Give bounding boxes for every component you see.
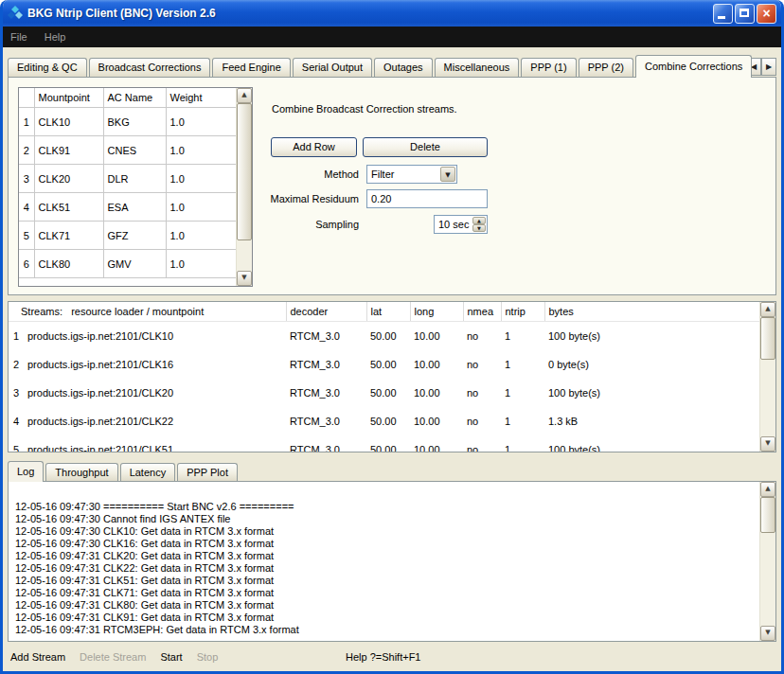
log-output: 12-05-16 09:47:30 ========== Start BNC v…: [15, 501, 753, 636]
weight-cell: 1.0: [166, 222, 236, 250]
lat-cell: 50.00: [366, 322, 410, 351]
combine-table-row[interactable]: 2CLK91CNES1.0: [19, 136, 236, 165]
stream-row[interactable]: 1products.igs-ip.net:2101/CLK10RTCM_3.05…: [9, 322, 759, 351]
tab-latency[interactable]: Latency: [120, 463, 176, 481]
minimize-button[interactable]: [713, 4, 733, 24]
streams-scrollbar: ▲ ▼: [759, 302, 775, 452]
combine-table-row[interactable]: 3CLK20DLR1.0: [19, 165, 236, 193]
close-icon: ×: [757, 5, 775, 23]
scroll-thumb[interactable]: [760, 497, 775, 533]
weight-cell: 1.0: [166, 108, 236, 136]
ac-name-header: AC Name: [103, 88, 166, 108]
scroll-track[interactable]: [760, 497, 775, 626]
log-line: 12-05-16 09:47:30 CLK10: Get data in RTC…: [15, 525, 753, 538]
arrow-down-icon: ▼: [238, 272, 251, 284]
menu-file[interactable]: File: [10, 31, 27, 43]
tab-ppp-plot[interactable]: PPP Plot: [177, 463, 238, 481]
tab-outages[interactable]: Outages: [374, 58, 433, 77]
mountpoint-cell: CLK71: [34, 222, 103, 250]
long-cell: 10.00: [410, 379, 463, 407]
stream-row[interactable]: 5products.igs-ip.net:2101/CLK51RTCM_3.05…: [9, 435, 759, 452]
method-select[interactable]: Filter ▼: [366, 165, 457, 184]
nmea-cell: no: [463, 350, 501, 379]
titlebar-buttons: ×: [711, 4, 776, 24]
combine-table: Mountpoint AC Name Weight 1CLK10BKG1.02C…: [18, 87, 253, 287]
main-tabbar: Editing & QCBroadcast CorrectionsFeed En…: [8, 54, 743, 77]
tab-editing-qc[interactable]: Editing & QC: [8, 58, 87, 77]
stream-row[interactable]: 4products.igs-ip.net:2101/CLK22RTCM_3.05…: [9, 407, 759, 435]
scroll-down-button[interactable]: ▼: [760, 626, 775, 641]
long-cell: 10.00: [410, 322, 463, 351]
add-row-button[interactable]: Add Row: [271, 137, 357, 157]
scroll-up-button[interactable]: ▲: [760, 482, 775, 497]
spin-up-button[interactable]: ▲: [472, 217, 486, 224]
combine-table-row[interactable]: 6CLK80GMV1.0: [19, 250, 236, 278]
tab-broadcast-corrections[interactable]: Broadcast Corrections: [89, 58, 211, 77]
combo-dropdown-button[interactable]: ▼: [440, 167, 455, 182]
ntrip-cell: 1: [501, 435, 544, 452]
maximal-residuum-label: Maximal Residuum: [245, 193, 359, 204]
bottom-tabbar: LogThroughputLatencyPPP Plot: [8, 460, 240, 481]
sampling-label: Sampling: [245, 219, 359, 230]
combine-table-row[interactable]: 5CLK71GFZ1.0: [19, 222, 236, 250]
log-line: 12-05-16 09:47:31 RTCM3EPH: Get data in …: [15, 624, 753, 636]
row-number: 4: [9, 407, 24, 435]
scroll-track[interactable]: [760, 317, 775, 436]
stream-row[interactable]: 3products.igs-ip.net:2101/CLK20RTCM_3.05…: [9, 379, 759, 407]
maximize-icon: [739, 9, 749, 17]
scroll-up-button[interactable]: ▲: [760, 302, 775, 317]
scroll-thumb[interactable]: [760, 317, 775, 360]
row-number: 4: [19, 193, 34, 222]
tab-throughput[interactable]: Throughput: [45, 463, 117, 481]
action-start[interactable]: Start: [160, 651, 182, 663]
weight-cell: 1.0: [166, 165, 236, 193]
long-cell: 10.00: [410, 407, 463, 435]
statusbar: Add StreamDelete StreamStartStop Help ?=…: [3, 646, 781, 671]
weight-cell: 1.0: [166, 193, 236, 222]
combine-table-row[interactable]: 1CLK10BKG1.0: [19, 108, 236, 136]
scroll-down-button[interactable]: ▼: [760, 436, 775, 452]
scroll-down-button[interactable]: ▼: [237, 271, 252, 286]
ac-name-cell: BKG: [103, 108, 166, 136]
sampling-spinbox[interactable]: 10 sec ▲ ▼: [434, 215, 488, 234]
ntrip-cell: 1: [501, 407, 544, 435]
tab-scroll-right-button[interactable]: ▶: [761, 58, 776, 76]
nmea-cell: no: [463, 407, 501, 435]
method-label: Method: [245, 168, 359, 180]
tab-miscellaneous[interactable]: Miscellaneous: [435, 58, 520, 77]
tab-serial-output[interactable]: Serial Output: [293, 58, 372, 77]
ac-name-cell: DLR: [103, 165, 166, 193]
maximal-residuum-input[interactable]: [366, 189, 488, 208]
weight-cell: 1.0: [166, 136, 236, 165]
scroll-track[interactable]: [237, 103, 252, 271]
delete-button[interactable]: Delete: [363, 137, 488, 157]
streams-header-row: Streams: resource loader / mountpoint de…: [9, 302, 759, 322]
app-window: BKG Ntrip Client (BNC) Version 2.6 × Fil…: [0, 0, 784, 674]
tab-combine-corrections[interactable]: Combine Corrections: [635, 55, 752, 78]
close-button[interactable]: ×: [757, 4, 776, 24]
mountpoint-cell: CLK20: [34, 165, 103, 193]
action-add-stream[interactable]: Add Stream: [10, 651, 65, 663]
menu-help[interactable]: Help: [45, 31, 66, 43]
help-hint: Help ?=Shift+F1: [346, 651, 421, 663]
arrow-up-icon: ▲: [761, 303, 775, 315]
lat-cell: 50.00: [366, 379, 410, 407]
action-stop: Stop: [197, 651, 219, 663]
scroll-up-button[interactable]: ▲: [237, 88, 252, 103]
titlebar[interactable]: BKG Ntrip Client (BNC) Version 2.6 ×: [3, 0, 781, 27]
bytes-header: bytes: [544, 302, 759, 322]
status-actions: Add StreamDelete StreamStartStop: [10, 651, 218, 663]
combine-table-row[interactable]: 4CLK51ESA1.0: [19, 193, 236, 222]
decoder-header: decoder: [286, 302, 366, 322]
method-selected-value: Filter: [371, 168, 394, 180]
tab-ppp-1[interactable]: PPP (1): [521, 58, 576, 77]
mountpoint-cell: CLK91: [34, 136, 103, 165]
log-line: 12-05-16 09:47:30 ========== Start BNC v…: [15, 501, 753, 513]
tab-feed-engine[interactable]: Feed Engine: [212, 58, 290, 77]
spin-down-button[interactable]: ▼: [472, 224, 486, 232]
log-line: 12-05-16 09:47:31 CLK91: Get data in RTC…: [15, 612, 753, 624]
tab-ppp-2[interactable]: PPP (2): [579, 58, 633, 77]
stream-row[interactable]: 2products.igs-ip.net:2101/CLK16RTCM_3.05…: [9, 350, 759, 379]
maximize-button[interactable]: [735, 4, 755, 24]
tab-log[interactable]: Log: [8, 461, 44, 482]
